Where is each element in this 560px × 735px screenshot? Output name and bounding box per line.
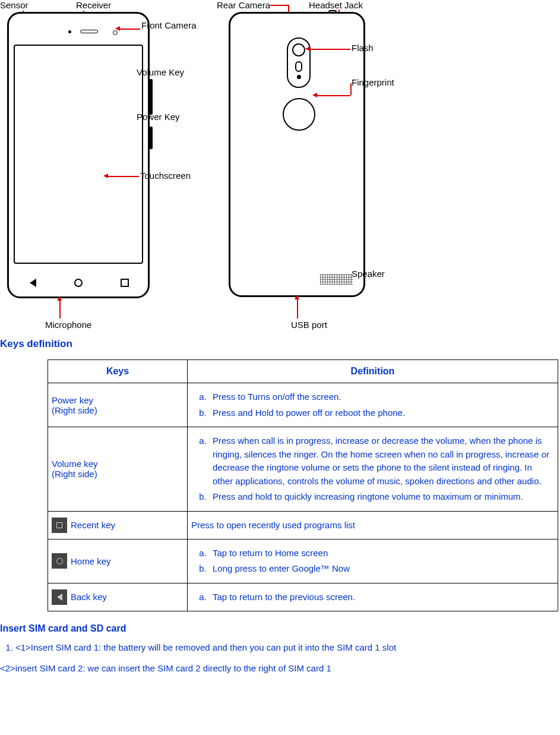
headset-jack-icon [328, 10, 337, 14]
speaker-icon [320, 274, 353, 285]
key-sub: (Right side) [52, 405, 183, 415]
phone-back-outline [229, 12, 365, 297]
label-speaker: Speaker [352, 269, 385, 279]
recent-key-icon [52, 518, 67, 533]
back-view: Rear Camera Headset Jack Flash Fingerpri… [214, 0, 546, 330]
recent-key-cell: Recent key [48, 511, 188, 539]
header-keys: Keys [48, 360, 188, 383]
def-item: Tap to return to the previous screen. [209, 589, 554, 605]
label-microphone: Microphone [45, 320, 91, 330]
def-item: Press and hold to quickly increasing rin… [209, 489, 554, 505]
table-row: Home key Tap to return to Home screen Lo… [48, 539, 558, 583]
label-usb-port: USB port [291, 320, 327, 330]
table-row: Back key Tap to return to the previous s… [48, 583, 558, 611]
label-power-key: Power Key [137, 112, 180, 122]
back-nav-icon [28, 279, 36, 287]
volume-key-icon [149, 79, 153, 115]
keys-definition-heading: Keys definition [0, 338, 560, 350]
sim-list: <1>Insert SIM card 1: the battery will b… [0, 640, 560, 655]
label-flash: Flash [352, 43, 374, 53]
front-camera-icon [113, 30, 118, 35]
key-name: Volume key [52, 459, 98, 469]
sim-item-1: <1>Insert SIM card 1: the battery will b… [15, 640, 560, 655]
label-volume-key: Volume Key [137, 67, 184, 77]
power-key-cell: Power key (Right side) [48, 383, 188, 427]
flash-led-icon [297, 75, 301, 79]
label-fingerprint: Fingerprint [352, 77, 394, 87]
def-item: Tap to return to Home screen [209, 545, 554, 561]
label-rear-camera: Rear Camera [217, 0, 270, 10]
table-row: Volume key (Right side) Press when call … [48, 427, 558, 512]
sensor-icon [68, 30, 71, 33]
home-key-def: Tap to return to Home screen Long press … [188, 539, 558, 583]
home-nav-icon [74, 279, 83, 287]
touchscreen-icon [14, 45, 143, 264]
rear-camera-lens-icon [292, 43, 305, 56]
recent-key-def: Press to open recently used programs lis… [188, 511, 558, 539]
nav-bar-icon [9, 279, 148, 287]
power-key-def: Press to Turns on/off the screen. Press … [188, 383, 558, 427]
label-receiver: Receiver [76, 0, 111, 10]
label-front-camera: Front Camera [141, 20, 197, 30]
key-name: Power key [52, 395, 93, 405]
back-key-cell: Back key [48, 583, 188, 611]
key-name: Home key [71, 556, 111, 566]
def-item: Press and Hold to power off or reboot th… [209, 405, 554, 421]
home-key-cell: Home key [48, 539, 188, 583]
fingerprint-icon [283, 98, 315, 131]
table-row: Recent key Press to open recently used p… [48, 511, 558, 539]
volume-key-def: Press when call is in progress, increase… [188, 427, 558, 512]
keys-table-wrapper: Keys Definition Power key (Right side) P… [0, 359, 560, 611]
recent-nav-icon [121, 279, 129, 287]
keys-table: Keys Definition Power key (Right side) P… [48, 359, 558, 611]
volume-key-cell: Volume key (Right side) [48, 427, 188, 512]
home-key-icon [52, 553, 67, 569]
sim-item-2: <2>insert SIM card 2: we can insert the … [0, 663, 560, 673]
back-key-icon [52, 589, 67, 605]
receiver-icon [80, 30, 98, 33]
key-sub: (Right side) [52, 469, 183, 479]
back-key-def: Tap to return to the previous screen. [188, 583, 558, 611]
header-definition: Definition [188, 360, 558, 383]
label-touchscreen: Touchscreen [140, 171, 191, 181]
def-item: Press when call is in progress, increase… [209, 433, 554, 489]
label-sensor: Sensor [0, 0, 29, 10]
table-row: Power key (Right side) Press to Turns on… [48, 383, 558, 427]
phone-diagrams: Sensor Receiver Front Camera Volume Key … [0, 0, 560, 336]
flash-icon [295, 61, 302, 72]
label-headset-jack: Headset Jack [309, 0, 363, 10]
key-name: Back key [71, 592, 107, 602]
def-item: Press to Turns on/off the screen. [209, 389, 554, 405]
key-name: Recent key [71, 520, 115, 530]
def-item: Long press to enter Google™ Now [209, 561, 554, 577]
table-header-row: Keys Definition [48, 360, 558, 383]
front-view: Sensor Receiver Front Camera Volume Key … [0, 0, 208, 330]
phone-front-outline [7, 12, 150, 298]
sim-heading: Insert SIM card and SD card [0, 623, 560, 634]
power-key-icon [149, 127, 153, 149]
